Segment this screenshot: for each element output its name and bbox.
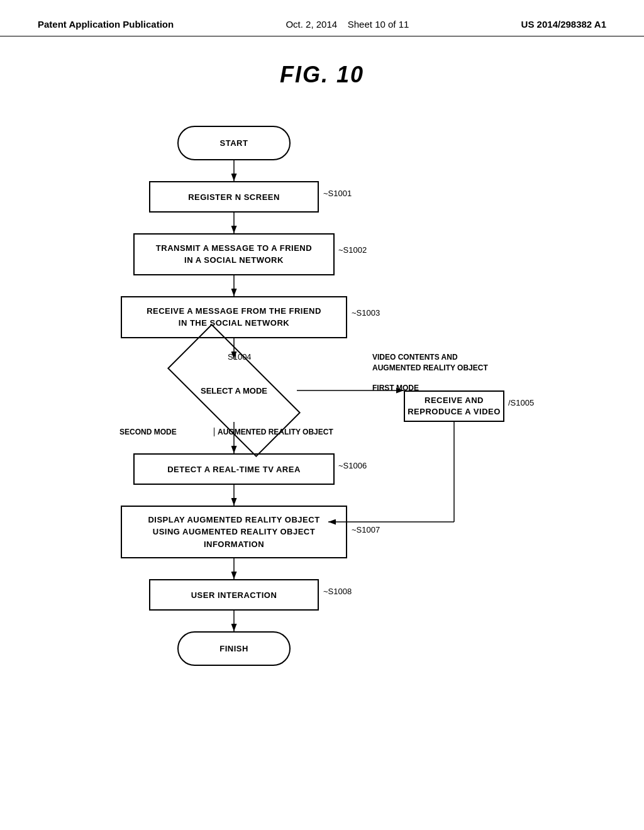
s1001-label: REGISTER N SCREEN [188, 192, 280, 202]
step-s1004-container: SELECT A MODE [171, 359, 297, 422]
figure-title: FIG. 10 [280, 62, 364, 88]
start-shape: START [177, 126, 291, 160]
start-label: START [220, 138, 248, 148]
s1006-label: DETECT A REAL-TIME TV AREA [167, 465, 301, 474]
s1001-step: ~S1001 [323, 189, 352, 198]
sheet-label: Sheet 10 of 11 [348, 19, 409, 30]
step-s1002: TRANSMIT A MESSAGE TO A FRIEND IN A SOCI… [133, 233, 335, 275]
s1005-label: RECEIVE AND REPRODUCE A VIDEO [408, 395, 501, 418]
s1004-label: SELECT A MODE [171, 359, 297, 422]
second-mode-label: SECOND MODE [119, 428, 177, 436]
s1007-step: ~S1007 [352, 525, 380, 534]
s1002-label: TRANSMIT A MESSAGE TO A FRIEND IN A SOCI… [156, 243, 312, 265]
page-header: Patent Application Publication Oct. 2, 2… [0, 0, 644, 36]
step-s1003: RECEIVE A MESSAGE FROM THE FRIEND IN THE… [121, 296, 347, 338]
s1003-label: RECEIVE A MESSAGE FROM THE FRIEND IN THE… [147, 306, 321, 328]
s1004-step: S1004 [228, 352, 252, 362]
s1005-step: /S1005 [508, 398, 534, 407]
step-s1001: REGISTER N SCREEN [149, 181, 319, 213]
step-s1008: USER INTERACTION [149, 579, 319, 611]
date-label: Oct. 2, 2014 [286, 19, 337, 30]
s1006-step: ~S1006 [338, 461, 367, 470]
s1002-step: ~S1002 [338, 245, 367, 255]
s1008-label: USER INTERACTION [191, 590, 277, 600]
patent-number: US 2014/298382 A1 [521, 19, 606, 30]
finish-shape: FINISH [177, 631, 291, 666]
s1003-step: ~S1003 [352, 308, 380, 318]
step-s1005: RECEIVE AND REPRODUCE A VIDEO [404, 390, 504, 422]
finish-label: FINISH [219, 644, 248, 653]
ar-object-branch-label: AUGMENTED REALITY OBJECT [214, 428, 333, 436]
s1008-step: ~S1008 [323, 587, 352, 596]
step-s1006: DETECT A REAL-TIME TV AREA [133, 453, 335, 485]
main-content: FIG. 10 [0, 36, 644, 811]
s1007-label: DISPLAY AUGMENTED REALITY OBJECT USING A… [148, 514, 319, 551]
video-contents-label: VIDEO CONTENTS ANDAUGMENTED REALITY OBJE… [372, 352, 488, 374]
header-center: Oct. 2, 2014 Sheet 10 of 11 [286, 19, 409, 30]
flowchart: START REGISTER N SCREEN ~S1001 TRANSMIT … [52, 107, 592, 799]
publication-label: Patent Application Publication [38, 19, 174, 30]
flowchart-arrows [52, 107, 592, 799]
step-s1007: DISPLAY AUGMENTED REALITY OBJECT USING A… [121, 506, 347, 558]
